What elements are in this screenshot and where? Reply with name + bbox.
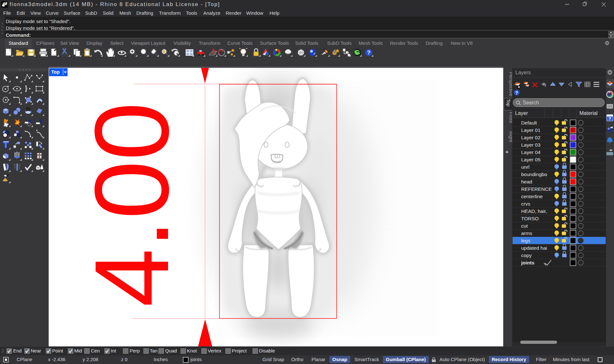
svg-text:boundingbo: boundingbo [521, 172, 547, 177]
svg-text:legs: legs [521, 238, 530, 243]
svg-text:unrl: unrl [521, 164, 529, 170]
svg-text:Front: Front [508, 112, 512, 123]
svg-text:Layer 03: Layer 03 [521, 142, 540, 148]
svg-text:crvs: crvs [521, 201, 530, 206]
svg-text:?: ? [367, 50, 370, 56]
svg-text:joints: joints [521, 260, 534, 265]
svg-text:updated hai: updated hai [521, 245, 547, 251]
svg-text:8: 8 [6, 1, 7, 4]
svg-text:centerline: centerline [521, 194, 543, 199]
svg-text:Layer 02: Layer 02 [521, 135, 540, 140]
svg-text:Top: Top [506, 99, 511, 106]
svg-text:Default: Default [521, 120, 537, 125]
svg-text:?: ? [515, 90, 518, 95]
svg-text:arms: arms [521, 231, 532, 236]
svg-text:Layer 01: Layer 01 [521, 127, 540, 133]
svg-text:head: head [521, 179, 532, 184]
svg-text:Layer 05: Layer 05 [521, 157, 540, 162]
svg-text:4.00: 4.00 [73, 102, 190, 307]
svg-text:cut: cut [521, 223, 528, 229]
svg-text:HEAD, hair,: HEAD, hair, [521, 208, 547, 214]
svg-text:REFERENCE: REFERENCE [521, 186, 552, 192]
svg-text:Layer 04: Layer 04 [521, 150, 541, 155]
svg-text:?: ? [609, 116, 611, 121]
svg-text:Right: Right [508, 131, 512, 142]
svg-text:copy: copy [521, 253, 532, 258]
svg-text:+: + [505, 149, 508, 155]
svg-text:TORSO: TORSO [521, 216, 539, 221]
svg-text:Perspective: Perspective [508, 72, 512, 96]
